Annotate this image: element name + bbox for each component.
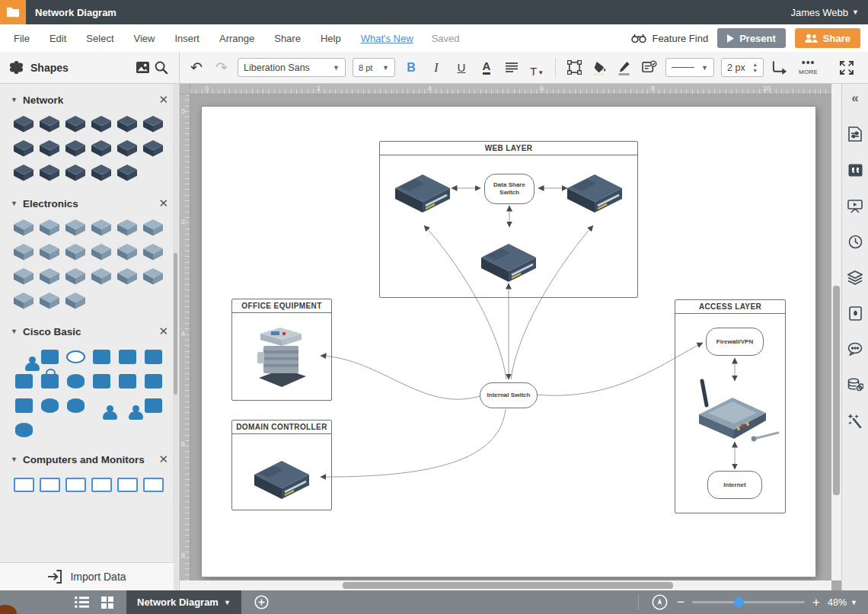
more-tools-button[interactable]: ••• MORE bbox=[799, 59, 818, 75]
search-icon[interactable] bbox=[152, 58, 170, 78]
palette-shape[interactable] bbox=[37, 344, 62, 369]
canvas-horizontal-scrollbar[interactable] bbox=[180, 580, 831, 590]
shapes-panel-scrollbar[interactable] bbox=[173, 84, 178, 590]
line-weight-stepper[interactable]: 2 px ▲▼ bbox=[721, 58, 764, 77]
palette-shape[interactable] bbox=[37, 472, 62, 497]
palette-shape[interactable] bbox=[62, 241, 88, 265]
palette-shape[interactable] bbox=[11, 417, 37, 442]
italic-button[interactable]: I bbox=[427, 58, 445, 78]
notes-panel-icon[interactable] bbox=[847, 161, 863, 178]
zoom-in-button[interactable]: + bbox=[812, 595, 820, 610]
close-section-icon[interactable]: ✕ bbox=[158, 197, 168, 210]
connector-style-button[interactable] bbox=[771, 58, 789, 78]
underline-button[interactable]: U bbox=[452, 58, 471, 78]
close-section-icon[interactable]: ✕ bbox=[158, 93, 168, 107]
conditional-format-button[interactable] bbox=[640, 58, 659, 78]
container-office-equipment[interactable]: OFFICE EQUIPMENT bbox=[231, 299, 332, 401]
palette-shape[interactable] bbox=[62, 393, 88, 417]
menu-insert[interactable]: Insert bbox=[174, 33, 199, 44]
shape-style-button[interactable] bbox=[565, 58, 583, 78]
palette-shape[interactable] bbox=[37, 241, 62, 265]
palette-shape[interactable] bbox=[88, 265, 114, 289]
menu-share[interactable]: Share bbox=[274, 33, 301, 44]
palette-shape[interactable] bbox=[11, 393, 37, 417]
palette-shape[interactable] bbox=[140, 241, 166, 265]
palette-shape[interactable] bbox=[114, 137, 140, 161]
layers-icon[interactable] bbox=[847, 269, 863, 286]
palette-shape[interactable] bbox=[37, 265, 62, 289]
node-firewall-vpn[interactable]: Firewall/VPN bbox=[706, 328, 764, 356]
whats-new-link[interactable]: What's New bbox=[361, 33, 413, 44]
close-section-icon[interactable]: ✕ bbox=[158, 453, 168, 466]
zoom-slider-thumb[interactable] bbox=[734, 597, 744, 607]
palette-shape[interactable] bbox=[11, 241, 37, 265]
palette-shape[interactable] bbox=[140, 472, 166, 497]
palette-shape[interactable] bbox=[88, 216, 114, 241]
palette-shape[interactable] bbox=[62, 137, 88, 161]
palette-shape[interactable] bbox=[62, 369, 88, 393]
present-button[interactable]: Present bbox=[717, 28, 786, 48]
palette-shape[interactable] bbox=[140, 265, 166, 289]
user-menu[interactable]: James Webb ▼ bbox=[790, 7, 859, 18]
palette-shape[interactable] bbox=[11, 344, 37, 369]
text-options-button[interactable]: T ▼ bbox=[528, 58, 546, 78]
container-domain-controller[interactable]: DOMAIN CONTROLLER bbox=[231, 420, 332, 510]
menu-file[interactable]: File bbox=[14, 33, 30, 44]
menu-edit[interactable]: Edit bbox=[49, 33, 66, 44]
fill-color-button[interactable] bbox=[590, 58, 608, 78]
bold-button[interactable]: B bbox=[402, 58, 420, 78]
canvas-vertical-scrollbar[interactable] bbox=[831, 84, 841, 580]
page-grid-icon[interactable] bbox=[97, 593, 117, 612]
palette-shape[interactable] bbox=[62, 344, 88, 369]
palette-shape[interactable] bbox=[114, 216, 140, 241]
page-list-icon[interactable] bbox=[72, 593, 91, 612]
line-color-button[interactable] bbox=[615, 58, 633, 78]
zoom-level-select[interactable]: 48% ▼ bbox=[828, 597, 857, 608]
palette-shape[interactable] bbox=[11, 161, 37, 186]
theme-icon[interactable] bbox=[847, 305, 863, 321]
share-button[interactable]: Share bbox=[795, 28, 860, 48]
zoom-slider[interactable] bbox=[692, 601, 805, 603]
palette-shape[interactable] bbox=[114, 393, 140, 417]
app-logo[interactable] bbox=[0, 0, 26, 24]
palette-shape[interactable] bbox=[11, 289, 37, 314]
magic-wand-icon[interactable] bbox=[847, 412, 863, 429]
zoom-out-button[interactable]: − bbox=[677, 595, 685, 610]
menu-help[interactable]: Help bbox=[321, 33, 341, 44]
palette-shape[interactable] bbox=[62, 289, 88, 314]
palette-shape[interactable] bbox=[88, 393, 114, 417]
palette-shape[interactable] bbox=[88, 137, 114, 161]
palette-shape[interactable] bbox=[62, 216, 88, 241]
palette-shape[interactable] bbox=[88, 472, 114, 497]
palette-shape[interactable] bbox=[88, 241, 114, 265]
palette-shape[interactable] bbox=[140, 137, 166, 161]
fullscreen-icon[interactable] bbox=[838, 58, 856, 78]
palette-shape[interactable] bbox=[140, 216, 166, 241]
container-web-layer[interactable]: WEB LAYER bbox=[379, 141, 638, 298]
palette-shape[interactable] bbox=[114, 161, 140, 186]
present-panel-icon[interactable] bbox=[847, 197, 863, 214]
palette-shape[interactable] bbox=[11, 137, 37, 161]
diagram-page[interactable]: WEB LAYER OFFICE EQUIPMENT DOMAIN CONTRO… bbox=[202, 107, 815, 577]
palette-shape[interactable] bbox=[114, 265, 140, 289]
font-size-select[interactable]: 8 pt ▼ bbox=[353, 58, 395, 77]
palette-shape[interactable] bbox=[88, 369, 114, 393]
palette-shape[interactable] bbox=[88, 113, 114, 137]
image-icon[interactable] bbox=[133, 58, 152, 78]
palette-shape[interactable] bbox=[88, 161, 114, 186]
node-data-share-switch[interactable]: Data Share Switch bbox=[484, 174, 535, 204]
text-color-button[interactable]: A bbox=[477, 58, 496, 78]
close-section-icon[interactable]: ✕ bbox=[158, 325, 168, 338]
font-family-select[interactable]: Liberation Sans ▼ bbox=[238, 58, 346, 77]
palette-shape[interactable] bbox=[140, 369, 166, 393]
palette-shape[interactable] bbox=[11, 216, 37, 241]
palette-shape[interactable] bbox=[88, 344, 114, 369]
palette-shape[interactable] bbox=[114, 344, 140, 369]
menu-view[interactable]: View bbox=[134, 33, 155, 44]
page-tab[interactable]: Network Diagram ▼ bbox=[126, 590, 241, 614]
palette-shape[interactable] bbox=[11, 472, 37, 497]
palette-shape[interactable] bbox=[114, 241, 140, 265]
add-page-icon[interactable] bbox=[252, 593, 272, 612]
palette-shape[interactable] bbox=[140, 113, 166, 137]
menu-select[interactable]: Select bbox=[86, 33, 113, 44]
